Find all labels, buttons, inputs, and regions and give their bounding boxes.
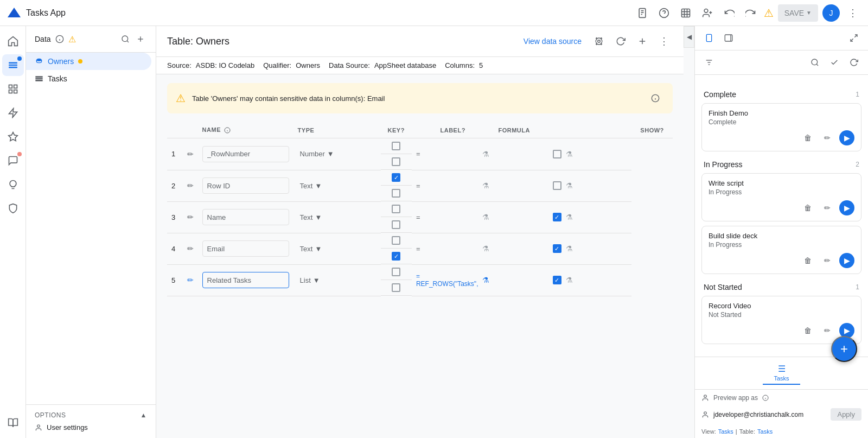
preview-button[interactable]: [634, 4, 651, 22]
filter-sort-button[interactable]: [701, 55, 717, 70]
edit-icon-2[interactable]: ✏: [187, 181, 194, 190]
sidebar-item-learn[interactable]: [2, 412, 24, 434]
sidebar-item-security[interactable]: [2, 198, 24, 219]
expand-preview-button[interactable]: [846, 30, 861, 46]
edit-finish-demo[interactable]: ✏: [820, 130, 835, 145]
apply-button[interactable]: Apply: [831, 408, 861, 421]
sidebar-item-chat[interactable]: [2, 150, 24, 172]
sidebar-item-automation[interactable]: [2, 102, 24, 124]
table-link[interactable]: Tasks: [757, 428, 773, 435]
more-options-button[interactable]: ⋮: [655, 33, 673, 50]
fab-add-button[interactable]: +: [831, 336, 857, 362]
edit-write-script[interactable]: ✏: [820, 200, 835, 215]
preview-refresh-button[interactable]: [846, 55, 861, 70]
field-name-5[interactable]: [202, 272, 289, 288]
field-name-3[interactable]: [202, 209, 289, 225]
edit-record-video[interactable]: ✏: [820, 323, 835, 338]
svg-line-48: [816, 64, 818, 66]
redo-button[interactable]: [742, 4, 760, 22]
edit-icon-5[interactable]: ✏: [187, 276, 194, 284]
sidebar-item-data[interactable]: [2, 54, 24, 76]
flask-icon-5[interactable]: ⚗: [482, 276, 489, 284]
delete-build-slide[interactable]: 🗑: [800, 253, 815, 268]
type-select-5[interactable]: List ▼: [298, 274, 376, 287]
table-settings-button[interactable]: [590, 33, 608, 50]
field-name-4[interactable]: [202, 240, 289, 257]
sidebar-item-views[interactable]: [2, 78, 24, 100]
label-cb-1[interactable]: [392, 157, 400, 166]
show-flask-2[interactable]: ⚗: [566, 181, 573, 190]
show-cb-2[interactable]: [553, 181, 561, 190]
tasks-tab-icon: ☰: [778, 364, 786, 374]
type-select-4[interactable]: Text ▼: [298, 243, 376, 255]
col-edit-header: [183, 122, 198, 138]
collapse-preview-button[interactable]: ◀: [684, 26, 694, 48]
show-flask-3[interactable]: ⚗: [566, 213, 573, 221]
key-cb-3[interactable]: [392, 205, 400, 213]
view-link[interactable]: Tasks: [718, 428, 733, 435]
table-view-button[interactable]: [677, 4, 694, 22]
add-column-button[interactable]: [634, 33, 651, 50]
preview-search-button[interactable]: [807, 55, 822, 70]
delete-record-video[interactable]: 🗑: [800, 323, 815, 338]
label-cb-4[interactable]: [392, 252, 400, 261]
key-cb-4[interactable]: [392, 236, 400, 245]
user-settings-item[interactable]: User settings: [35, 423, 147, 431]
edit-icon-1[interactable]: ✏: [187, 150, 194, 158]
undo-button[interactable]: [720, 4, 738, 22]
help-button[interactable]: [655, 4, 673, 22]
flask-icon-3[interactable]: ⚗: [482, 213, 489, 221]
refresh-button[interactable]: [612, 33, 629, 50]
data-search-button[interactable]: [119, 33, 132, 46]
edit-build-slide[interactable]: ✏: [820, 253, 835, 268]
open-build-slide[interactable]: ▶: [839, 253, 854, 268]
warning-icon: ⚠: [764, 7, 774, 20]
label-cb-3[interactable]: [392, 220, 400, 229]
key-cb-1[interactable]: [392, 142, 400, 150]
delete-finish-demo[interactable]: 🗑: [800, 130, 815, 145]
phone-view-button[interactable]: [701, 30, 717, 46]
col-type-header: TYPE: [293, 122, 381, 138]
show-flask-1[interactable]: ⚗: [566, 150, 573, 158]
show-cb-5[interactable]: [553, 276, 561, 284]
open-finish-demo[interactable]: ▶: [839, 130, 854, 145]
show-flask-5[interactable]: ⚗: [566, 276, 573, 284]
delete-write-script[interactable]: 🗑: [800, 200, 815, 215]
sidebar-item-bulb[interactable]: [2, 174, 24, 195]
show-flask-4[interactable]: ⚗: [566, 244, 573, 253]
svg-rect-39: [706, 34, 711, 41]
key-cb-2[interactable]: [392, 173, 400, 182]
flask-icon-1[interactable]: ⚗: [482, 150, 489, 158]
show-cb-3[interactable]: [553, 213, 561, 221]
tasks-tab[interactable]: ☰ Tasks: [763, 361, 800, 385]
flask-icon-2[interactable]: ⚗: [482, 181, 489, 190]
save-button[interactable]: SAVE ▼: [778, 4, 818, 22]
sidebar-item-ux[interactable]: [2, 126, 24, 148]
show-cb-1[interactable]: [553, 150, 561, 158]
show-cb-4[interactable]: [553, 244, 561, 253]
table-item-tasks[interactable]: Tasks: [26, 70, 156, 87]
preview-check-button[interactable]: [827, 55, 842, 70]
warning-info-button[interactable]: [647, 90, 664, 107]
edit-icon-3[interactable]: ✏: [187, 213, 194, 221]
flask-icon-4[interactable]: ⚗: [482, 244, 489, 253]
type-select-3[interactable]: Text ▼: [298, 211, 376, 224]
table-item-owners[interactable]: Owners: [26, 53, 151, 70]
avatar[interactable]: J: [822, 4, 840, 22]
task-status-record-video: Not Started: [709, 311, 854, 319]
label-cb-2[interactable]: [392, 189, 400, 198]
type-select-2[interactable]: Text ▼: [298, 180, 376, 192]
field-name-2[interactable]: [202, 177, 289, 194]
field-name-1[interactable]: [202, 146, 289, 162]
sidebar-item-home[interactable]: [2, 30, 24, 52]
edit-icon-4[interactable]: ✏: [187, 244, 194, 253]
key-cb-5[interactable]: [392, 268, 400, 276]
type-select-1[interactable]: Number ▼: [298, 148, 376, 160]
open-write-script[interactable]: ▶: [839, 200, 854, 215]
more-button[interactable]: ⋮: [844, 4, 861, 22]
view-data-source-link[interactable]: View data source: [524, 37, 582, 46]
add-user-button[interactable]: [699, 4, 716, 22]
tablet-view-button[interactable]: [721, 30, 736, 46]
data-add-button[interactable]: [134, 33, 147, 46]
label-cb-5[interactable]: [392, 283, 400, 292]
